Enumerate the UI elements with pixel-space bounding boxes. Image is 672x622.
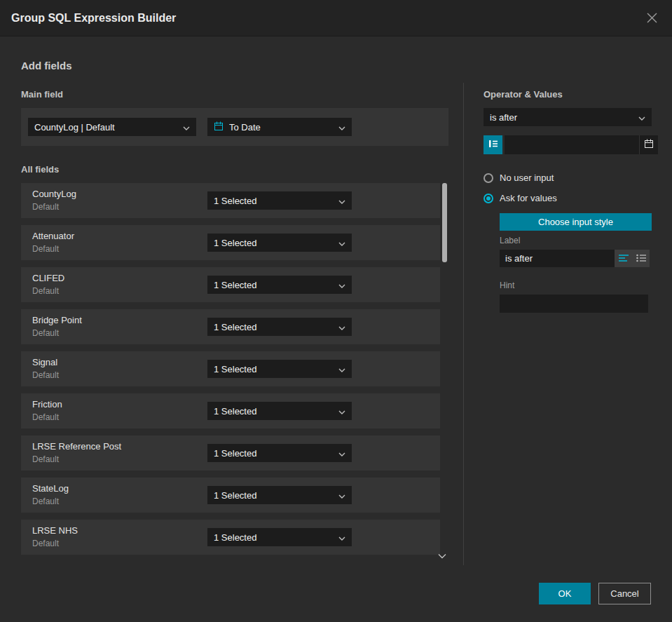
field-row: StateLog Default 1 Selected xyxy=(21,478,440,513)
chevron-down-icon xyxy=(338,532,345,543)
vertical-divider xyxy=(463,83,464,565)
field-subtitle: Default xyxy=(32,202,59,212)
field-count-select[interactable]: 1 Selected xyxy=(207,402,352,420)
field-name: LRSE Reference Post xyxy=(32,441,121,452)
field-subtitle: Default xyxy=(32,539,59,548)
field-count-select[interactable]: 1 Selected xyxy=(207,318,352,336)
fields-scrollbar[interactable] xyxy=(442,183,447,544)
field-count-value: 1 Selected xyxy=(214,280,333,290)
field-row: Attenuator Default 1 Selected xyxy=(21,225,440,260)
field-count-value: 1 Selected xyxy=(214,238,333,248)
group-sql-expression-builder-dialog: Group SQL Expression Builder Add fields … xyxy=(0,0,672,622)
field-count-value: 1 Selected xyxy=(214,448,333,459)
field-count-value: 1 Selected xyxy=(214,364,333,374)
field-row: Signal Default 1 Selected xyxy=(21,351,440,386)
scroll-down-chevron-icon[interactable] xyxy=(438,549,446,562)
date-field-select-value: To Date xyxy=(229,122,333,133)
field-subtitle: Default xyxy=(32,412,59,422)
date-value-row xyxy=(484,135,652,154)
field-name: CountyLog xyxy=(32,189,76,199)
field-count-value: 1 Selected xyxy=(214,406,333,417)
field-row: CLIFED Default 1 Selected xyxy=(21,267,440,302)
field-count-value: 1 Selected xyxy=(214,532,333,543)
field-name: Signal xyxy=(32,357,57,367)
field-row: Bridge Point Default 1 Selected xyxy=(21,309,440,344)
radio-no-user-input[interactable]: No user input xyxy=(484,173,554,183)
choose-input-style-button[interactable]: Choose input style xyxy=(500,213,652,231)
calendar-icon xyxy=(644,139,654,151)
field-count-select[interactable]: 1 Selected xyxy=(207,276,352,294)
chevron-down-icon xyxy=(338,406,345,417)
field-count-select[interactable]: 1 Selected xyxy=(207,191,352,210)
chevron-down-icon xyxy=(338,490,345,501)
calendar-icon xyxy=(214,121,224,133)
hint-input[interactable] xyxy=(500,295,648,313)
operator-select[interactable]: is after xyxy=(484,108,652,126)
operator-select-value: is after xyxy=(490,112,633,123)
main-field-select[interactable]: CountyLog | Default xyxy=(28,118,196,136)
chevron-down-icon xyxy=(338,238,345,248)
field-count-select[interactable]: 1 Selected xyxy=(207,234,352,252)
close-icon[interactable] xyxy=(643,9,661,27)
radio-no-user-input-label: No user input xyxy=(500,173,554,183)
list-bar-icon xyxy=(488,139,498,151)
field-name: Bridge Point xyxy=(32,315,82,325)
dialog-footer: OK Cancel xyxy=(539,583,651,604)
main-field-panel: CountyLog | Default To Date xyxy=(21,108,448,146)
hint-label: Hint xyxy=(500,280,514,290)
field-name: Friction xyxy=(32,399,62,410)
chevron-down-icon xyxy=(338,196,345,206)
field-count-value: 1 Selected xyxy=(214,490,333,501)
operator-values-heading: Operator & Values xyxy=(484,89,563,100)
field-row: LRSE Reference Post Default 1 Selected xyxy=(21,435,440,471)
chevron-down-icon xyxy=(338,322,345,332)
chevron-down-icon xyxy=(638,112,645,123)
calendar-picker-button[interactable] xyxy=(639,135,658,154)
field-name: StateLog xyxy=(32,483,69,494)
field-count-value: 1 Selected xyxy=(214,322,333,332)
field-name: Attenuator xyxy=(32,231,74,241)
field-subtitle: Default xyxy=(32,328,59,338)
date-field-select[interactable]: To Date xyxy=(207,118,352,136)
scrollbar-thumb[interactable] xyxy=(442,183,447,262)
label-input-row xyxy=(500,250,650,267)
chevron-down-icon xyxy=(338,122,345,133)
field-count-select[interactable]: 1 Selected xyxy=(207,528,352,546)
radio-unselected-icon xyxy=(484,173,493,183)
field-row: LRSE NHS Default 1 Selected xyxy=(21,520,440,555)
field-name: LRSE NHS xyxy=(32,525,78,536)
radio-selected-icon xyxy=(484,194,493,203)
radio-ask-for-values[interactable]: Ask for values xyxy=(484,193,557,203)
main-field-label: Main field xyxy=(21,89,63,100)
ok-button[interactable]: OK xyxy=(539,583,591,604)
field-count-value: 1 Selected xyxy=(214,196,333,206)
chevron-down-icon xyxy=(338,364,345,374)
all-fields-list: CountyLog Default 1 Selected Attenuator … xyxy=(21,183,440,562)
chevron-down-icon xyxy=(338,280,345,290)
field-subtitle: Default xyxy=(32,496,59,506)
date-value-input[interactable] xyxy=(505,135,639,154)
relative-date-toggle-button[interactable] xyxy=(484,135,502,154)
label-label: Label xyxy=(500,236,520,245)
radio-ask-for-values-label: Ask for values xyxy=(500,193,557,203)
single-line-input-style-button[interactable] xyxy=(615,250,632,267)
list-input-style-button[interactable] xyxy=(632,250,650,267)
field-subtitle: Default xyxy=(32,286,59,296)
dialog-header: Group SQL Expression Builder xyxy=(0,0,672,36)
bullet-list-icon xyxy=(636,252,646,265)
field-row: Friction Default 1 Selected xyxy=(21,393,440,428)
dialog-title: Group SQL Expression Builder xyxy=(11,12,176,25)
field-subtitle: Default xyxy=(32,454,59,464)
chevron-down-icon xyxy=(183,122,190,133)
add-fields-heading: Add fields xyxy=(21,60,72,72)
chevron-down-icon xyxy=(338,448,345,459)
field-subtitle: Default xyxy=(32,244,59,254)
field-count-select[interactable]: 1 Selected xyxy=(207,486,352,504)
all-fields-label: All fields xyxy=(21,164,59,175)
field-count-select[interactable]: 1 Selected xyxy=(207,444,352,462)
label-input[interactable] xyxy=(500,250,615,267)
field-name: CLIFED xyxy=(32,273,64,283)
field-subtitle: Default xyxy=(32,370,59,380)
cancel-button[interactable]: Cancel xyxy=(598,583,651,604)
field-count-select[interactable]: 1 Selected xyxy=(207,360,352,378)
